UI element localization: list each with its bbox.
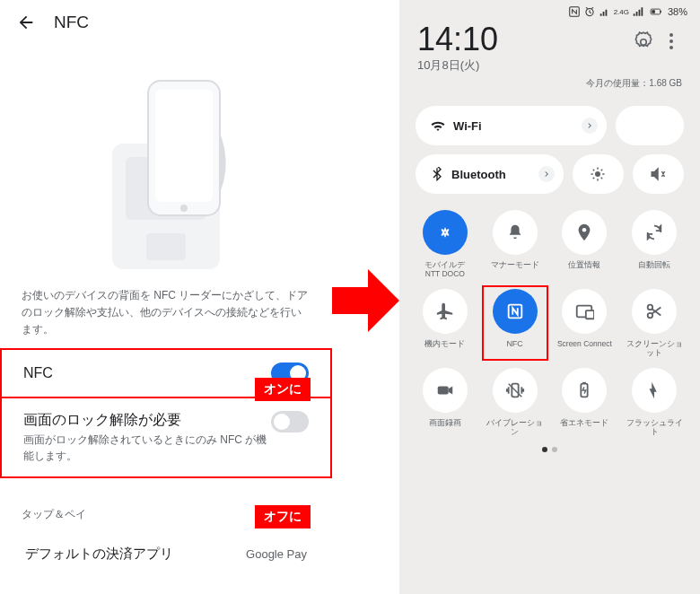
tile-rotate[interactable]: 自動回転 (625, 210, 684, 278)
record-icon[interactable] (423, 368, 468, 413)
bell-icon[interactable] (493, 210, 538, 255)
svg-point-11 (641, 39, 647, 46)
bluetooth-pill[interactable]: Bluetooth (416, 154, 564, 194)
tile-label: マナーモード (491, 260, 539, 278)
header: NFC (0, 0, 332, 45)
tile-cast[interactable]: Screen Connect (556, 289, 615, 357)
nfc-illustration (49, 54, 283, 278)
annotation-off: オフに (255, 505, 311, 528)
scissors-icon[interactable] (632, 289, 677, 334)
signal2-icon (632, 5, 644, 18)
battery-icon[interactable] (562, 368, 607, 413)
alarm-icon (583, 5, 596, 18)
lock-sub: 画面がロック解除されているときにのみ NFC が機能します。 (23, 432, 271, 464)
svg-rect-9 (661, 11, 661, 13)
plane-icon[interactable] (423, 289, 468, 334)
tile-label: フラッシュライト (625, 418, 684, 436)
payment-label: デフォルトの決済アプリ (25, 546, 173, 563)
svg-rect-22 (438, 386, 449, 394)
payment-value: Google Pay (246, 547, 307, 561)
vibrate-icon[interactable] (493, 368, 538, 413)
pager (399, 436, 700, 463)
lock-toggle[interactable] (271, 411, 309, 432)
data-icon[interactable] (423, 210, 468, 255)
svg-point-5 (180, 205, 188, 212)
tile-vibrate[interactable]: バイブレーション (486, 368, 545, 436)
chevron-icon[interactable] (582, 118, 598, 134)
quick-settings-screen: 2.4G 38% 14:10 10月8日(火) 今月の使用量：1.68 GB W… (399, 0, 700, 594)
instruction-arrow (332, 269, 399, 332)
chevron-icon[interactable] (538, 166, 555, 182)
svg-point-15 (595, 171, 600, 177)
spacer-pill (616, 106, 684, 145)
tile-label: 画面録画 (429, 418, 461, 436)
svg-rect-19 (586, 310, 594, 319)
lock-label: 画面のロック解除が必要 (23, 411, 271, 430)
clock-time: 14:10 (417, 23, 498, 56)
settings-screen: NFC お使いのデバイスの背面を NFC リーダーにかざして、ドアのロック解除や… (0, 0, 332, 594)
mute-tile[interactable] (633, 154, 684, 194)
back-icon[interactable] (16, 13, 36, 32)
data-usage: 今月の使用量：1.68 GB (399, 77, 700, 99)
svg-rect-10 (652, 10, 655, 13)
tile-nfc[interactable]: NFC (482, 285, 548, 361)
tile-plane[interactable]: 機内モード (416, 289, 475, 357)
tile-location[interactable]: 位置情報 (556, 210, 615, 278)
wifi-icon (430, 118, 446, 134)
default-payment-row[interactable]: デフォルトの決済アプリ Google Pay (13, 529, 319, 579)
tile-label: バイブレーション (486, 418, 545, 436)
tile-label: NFC (506, 339, 523, 357)
battery-pct: 38% (668, 6, 687, 17)
nfc-label: NFC (23, 365, 53, 381)
more-icon[interactable] (661, 31, 682, 52)
mute-icon (650, 166, 666, 182)
tile-flash[interactable]: フラッシュライト (625, 368, 684, 436)
lock-setting-row[interactable]: 画面のロック解除が必要 画面がロック解除されているときにのみ NFC が機能しま… (0, 398, 332, 478)
clock-date: 10月8日(火) (417, 57, 498, 74)
location-icon[interactable] (562, 210, 607, 255)
nfc-status-icon (568, 5, 581, 18)
annotation-on: オンに (255, 378, 311, 401)
svg-rect-4 (155, 90, 213, 202)
cast-icon[interactable] (562, 289, 607, 334)
tile-record[interactable]: 画面録画 (416, 368, 475, 436)
tile-bell[interactable]: マナーモード (486, 210, 545, 278)
svg-point-16 (582, 228, 587, 232)
tiles-grid: モバイルデ NTT DOCOマナーモード位置情報自動回転機内モードNFCScre… (399, 194, 700, 436)
page-dot[interactable] (542, 447, 547, 452)
svg-rect-25 (583, 382, 587, 384)
tile-scissors[interactable]: スクリーンショット (625, 289, 684, 357)
svg-point-12 (669, 33, 673, 37)
rotate-icon[interactable] (632, 210, 677, 255)
page-title: NFC (54, 13, 89, 32)
brightness-tile[interactable] (573, 154, 624, 194)
page-dot[interactable] (552, 447, 557, 452)
signal-icon (599, 5, 611, 18)
battery-icon (647, 5, 665, 18)
brightness-icon (590, 166, 606, 182)
tile-label: 位置情報 (568, 260, 600, 278)
svg-point-13 (669, 39, 673, 43)
tile-label: Screen Connect (557, 339, 612, 357)
tile-label: 機内モード (424, 339, 465, 357)
wifi-pill[interactable]: Wi-Fi (416, 106, 607, 145)
flash-icon[interactable] (632, 368, 677, 413)
clock-row: 14:10 10月8日(火) (399, 20, 700, 77)
svg-rect-2 (146, 233, 186, 260)
svg-point-14 (669, 46, 673, 49)
tile-data[interactable]: モバイルデ NTT DOCO (416, 210, 475, 278)
settings-icon[interactable] (632, 31, 655, 54)
tile-label: 自動回転 (638, 260, 670, 278)
description: お使いのデバイスの背面を NFC リーダーにかざして、ドアのロック解除や支払い、… (0, 287, 332, 339)
tile-label: モバイルデ NTT DOCO (424, 260, 465, 278)
status-bar: 2.4G 38% (399, 0, 700, 20)
tile-label: スクリーンショット (625, 339, 684, 357)
tile-battery[interactable]: 省エネモード (556, 368, 615, 436)
tile-label: 省エネモード (560, 418, 608, 436)
bluetooth-icon (430, 167, 444, 181)
nfc-icon[interactable] (493, 289, 538, 334)
